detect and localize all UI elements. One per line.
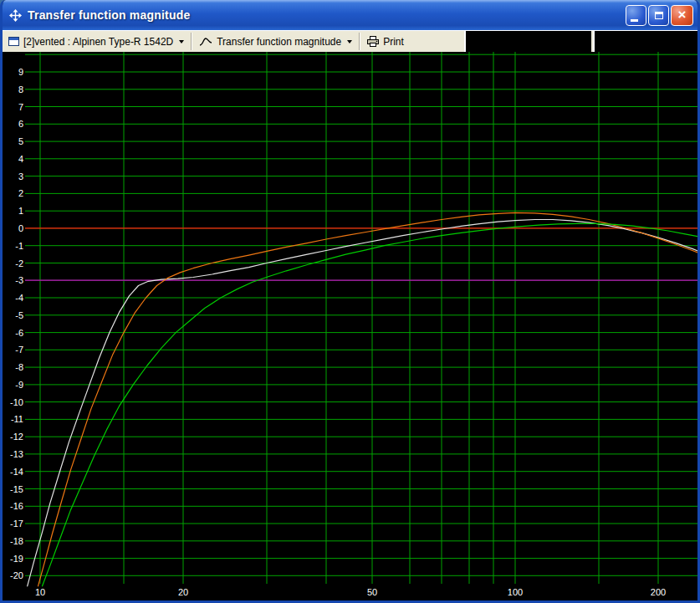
- y-tick-label: -1: [15, 241, 23, 251]
- y-tick-label: -2: [15, 258, 23, 268]
- y-tick-label: -8: [15, 362, 23, 372]
- x-tick-label: 50: [367, 587, 377, 597]
- chart-svg: 9876543210-1-2-3-4-5-6-7-8-9-10-11-12-13…: [3, 52, 697, 600]
- y-tick-label: -9: [15, 380, 23, 390]
- y-tick-label: -17: [10, 519, 23, 529]
- print-button-label: Print: [383, 36, 404, 48]
- maximize-icon: [655, 12, 663, 19]
- y-tick-label: -18: [10, 536, 23, 546]
- titlebar[interactable]: Transfer function magnitude ×: [3, 0, 697, 30]
- y-tick-label: 4: [18, 154, 23, 164]
- y-tick-label: 6: [18, 119, 23, 129]
- y-tick-label: -19: [10, 554, 23, 564]
- toolbar-separator: [191, 33, 192, 50]
- readout-panel-left: [464, 31, 591, 52]
- y-tick-label: -11: [11, 414, 23, 424]
- curve-icon: [199, 37, 212, 47]
- chart-area[interactable]: 9876543210-1-2-3-4-5-6-7-8-9-10-11-12-13…: [3, 52, 697, 600]
- printer-icon: [367, 36, 379, 47]
- y-tick-label: 2: [18, 188, 23, 198]
- y-tick-label: 3: [18, 171, 23, 181]
- y-tick-label: -6: [15, 328, 23, 338]
- chevron-down-icon: [347, 40, 352, 43]
- x-tick-label: 10: [35, 587, 45, 597]
- toolbar: [2]vented : Alpinen Type-R 1542D Transfe…: [3, 30, 697, 52]
- curve-white: [28, 220, 697, 586]
- toolbar-separator: [359, 33, 360, 50]
- y-tick-label: 5: [18, 136, 23, 146]
- y-tick-label: -14: [10, 467, 23, 477]
- readout-panel-right: [593, 31, 697, 52]
- y-tick-label: -13: [10, 449, 23, 459]
- x-tick-label: 100: [508, 587, 523, 597]
- window-title: Transfer function magnitude: [28, 8, 190, 22]
- window-move-icon: [9, 9, 22, 22]
- x-tick-label: 200: [651, 587, 666, 597]
- print-button[interactable]: Print: [361, 31, 410, 52]
- y-tick-label: 8: [18, 84, 23, 95]
- close-button[interactable]: ×: [671, 5, 693, 26]
- y-tick-label: -20: [10, 570, 23, 580]
- y-tick-label: -5: [15, 310, 23, 320]
- graph-type-label: Transfer function magnitude: [217, 36, 341, 48]
- app-window: Transfer function magnitude × [2]vented …: [0, 0, 700, 603]
- y-tick-label: 9: [18, 67, 23, 77]
- close-icon: ×: [678, 8, 687, 22]
- y-tick-label: -15: [10, 484, 23, 494]
- y-tick-label: -7: [15, 345, 23, 355]
- y-tick-label: 7: [18, 102, 23, 112]
- y-tick-label: 1: [18, 206, 23, 216]
- project-selector-label: [2]vented : Alpinen Type-R 1542D: [23, 36, 173, 48]
- y-tick-label: -16: [10, 501, 23, 511]
- y-tick-label: -10: [10, 397, 23, 407]
- minimize-button[interactable]: [626, 5, 646, 26]
- y-tick-label: -12: [10, 432, 23, 442]
- x-tick-label: 20: [178, 587, 188, 597]
- project-window-icon: [8, 37, 19, 46]
- y-tick-label: 0: [18, 223, 23, 233]
- project-selector-dropdown[interactable]: [2]vented : Alpinen Type-R 1542D: [3, 31, 190, 52]
- y-tick-label: -3: [15, 275, 23, 285]
- minimize-icon: [631, 19, 638, 22]
- window-controls: ×: [626, 5, 693, 26]
- chevron-down-icon: [179, 40, 184, 43]
- graph-type-dropdown[interactable]: Transfer function magnitude: [193, 31, 358, 52]
- y-tick-label: -4: [15, 293, 23, 303]
- maximize-button[interactable]: [648, 5, 669, 26]
